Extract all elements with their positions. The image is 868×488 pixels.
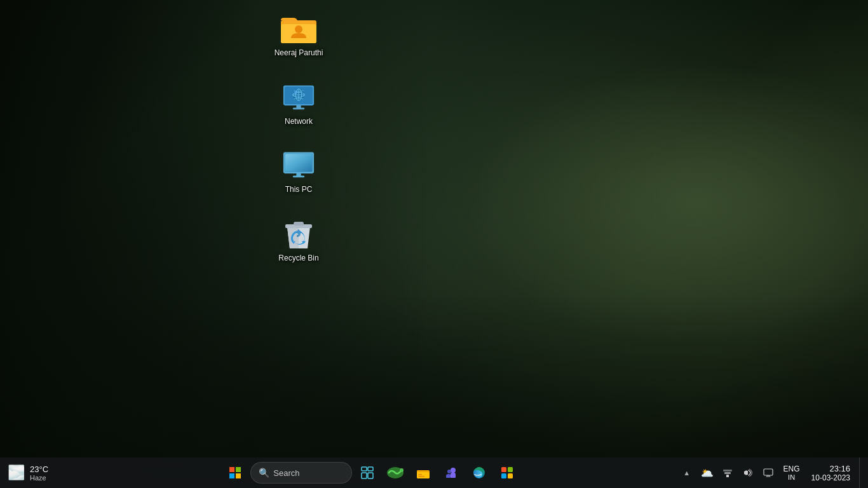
svg-rect-23 [236,473,241,478]
svg-rect-42 [723,470,732,471]
teams-icon [444,466,458,480]
weather-temperature: 23°C [30,464,48,474]
task-view-icon [361,466,374,479]
store-button[interactable] [494,460,520,485]
svg-rect-36 [501,467,506,472]
svg-rect-41 [724,472,731,474]
svg-rect-19 [294,222,304,226]
task-view-button[interactable] [355,460,380,485]
folder-user-icon [281,10,316,46]
file-explorer-button[interactable] [410,460,436,485]
svg-point-2 [295,25,302,33]
svg-rect-22 [229,473,234,478]
network-icon [281,79,316,114]
svg-point-34 [451,468,456,473]
svg-rect-40 [726,475,729,477]
show-hidden-icons-button[interactable]: ▲ [678,464,696,482]
weather-info: 23°C Haze [30,464,48,482]
file-explorer-icon [416,466,430,479]
display-tray-icon [763,468,773,478]
svg-point-35 [447,470,451,473]
recycle-bin-label: Recycle Bin [278,254,318,264]
search-bar[interactable]: 🔍 Search [250,462,352,484]
network-tray-icon [722,468,733,478]
edge-icon [472,466,486,480]
clock-date: 10-03-2023 [811,473,850,482]
weather-icon: 🌫️ [8,464,25,481]
svg-rect-26 [362,473,367,478]
teams-button[interactable] [438,460,464,485]
system-tray: ▲ 🌥️ [673,458,868,488]
svg-rect-33 [418,476,424,477]
svg-rect-39 [508,473,513,478]
start-button[interactable] [222,460,248,485]
cloud-icon: 🌥️ [701,467,714,479]
weather-condition: Haze [30,474,48,482]
this-pc-label: This PC [285,185,313,195]
desktop-icons-area: Neeraj Paruthi [0,0,381,445]
svg-rect-45 [766,475,770,477]
network-tray-button[interactable] [719,464,736,482]
svg-rect-17 [293,176,305,178]
svg-rect-20 [229,467,234,472]
media-player-button[interactable] [383,460,408,485]
svg-rect-43 [747,471,748,475]
svg-rect-21 [236,467,241,472]
search-label: Search [273,468,299,478]
svg-rect-24 [362,467,367,471]
language-locale: IN [788,473,795,481]
svg-rect-15 [285,154,313,172]
svg-rect-27 [368,473,373,478]
this-pc-icon [281,147,316,182]
clock-time: 23:16 [829,464,850,473]
svg-rect-11 [293,107,305,109]
taskbar: 🌫️ 23°C Haze 🔍 Search [0,458,868,488]
volume-icon [743,468,753,478]
svg-rect-46 [766,477,771,477]
desktop-icon-this-pc[interactable]: This PC [273,143,324,199]
chevron-up-icon: ▲ [683,469,690,477]
display-tray-button[interactable] [759,464,777,482]
windows-logo-icon [229,467,241,478]
network-label: Network [285,117,313,127]
language-code: ENG [783,464,800,473]
volume-button[interactable] [739,464,757,482]
desktop-icon-neeraj-paruthi[interactable]: Neeraj Paruthi [273,6,324,62]
neeraj-paruthi-label: Neeraj Paruthi [275,48,323,58]
svg-rect-32 [418,474,422,475]
media-player-icon [386,466,404,479]
language-indicator[interactable]: ENG IN [780,463,804,482]
desktop-icon-recycle-bin[interactable]: Recycle Bin [273,212,324,268]
svg-rect-37 [508,467,513,472]
store-icon [500,466,514,480]
weather-tray-icon[interactable]: 🌥️ [698,464,716,482]
svg-rect-25 [368,467,373,471]
edge-button[interactable] [466,460,492,485]
svg-point-12 [294,90,298,94]
svg-point-29 [400,468,403,472]
svg-rect-31 [417,472,430,478]
recycle-bin-icon [281,215,316,251]
svg-rect-38 [501,473,506,478]
clock-area[interactable]: 23:16 10-03-2023 [806,461,855,485]
taskbar-center: 🔍 Search [70,460,673,485]
weather-widget[interactable]: 🌫️ 23°C Haze [0,458,70,488]
desktop-icon-network[interactable]: Network [273,75,324,131]
show-desktop-button[interactable] [859,458,863,488]
search-icon: 🔍 [259,468,269,478]
svg-rect-44 [764,469,773,475]
